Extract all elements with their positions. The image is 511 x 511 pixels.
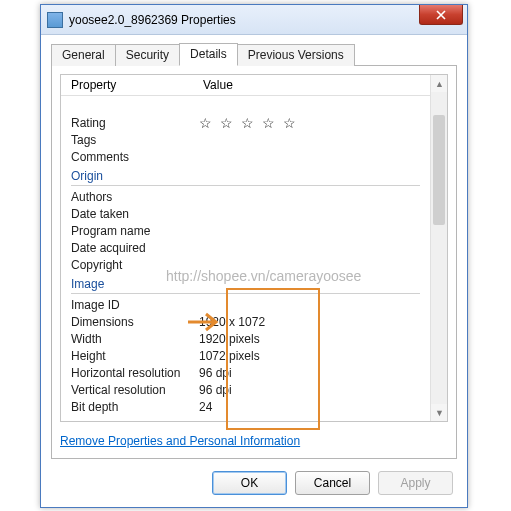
property-value: 1072 pixels [199, 349, 260, 363]
property-value: 96 dpi [199, 383, 232, 397]
property-row[interactable]: Date taken [71, 205, 420, 222]
property-row[interactable]: Height1072 pixels [71, 347, 420, 364]
tab-previous-versions[interactable]: Previous Versions [237, 44, 355, 66]
property-name: Bit depth [71, 400, 199, 414]
tab-security[interactable]: Security [115, 44, 180, 66]
titlebar: yoosee2.0_8962369 Properties [41, 5, 467, 35]
section-header: Origin [71, 165, 420, 185]
scrollbar[interactable]: ▲ ▼ [430, 75, 447, 421]
property-name: Program name [71, 224, 199, 238]
property-row[interactable]: Vertical resolution96 dpi [71, 381, 420, 398]
property-row[interactable]: Date acquired [71, 239, 420, 256]
property-row[interactable]: Comments [71, 148, 420, 165]
property-value: 1920 x 1072 [199, 315, 265, 329]
property-row[interactable]: Rating☆ ☆ ☆ ☆ ☆ [71, 114, 420, 131]
column-property[interactable]: Property [61, 78, 199, 92]
property-row[interactable]: Image ID [71, 296, 420, 313]
property-value: 24 [199, 400, 212, 414]
cancel-button[interactable]: Cancel [295, 471, 370, 495]
property-row[interactable]: Program name [71, 222, 420, 239]
property-row[interactable]: Width1920 pixels [71, 330, 420, 347]
property-value: 1920 pixels [199, 332, 260, 346]
property-name: Vertical resolution [71, 383, 199, 397]
scroll-thumb[interactable] [433, 115, 445, 225]
property-row[interactable]: Authors [71, 188, 420, 205]
property-row[interactable]: Copyright [71, 256, 420, 273]
property-value: 96 dpi [199, 366, 232, 380]
ok-button[interactable]: OK [212, 471, 287, 495]
section-divider [71, 185, 420, 186]
property-name: Image ID [71, 298, 199, 312]
scroll-down-icon[interactable]: ▼ [431, 404, 448, 421]
tab-details[interactable]: Details [179, 43, 238, 66]
close-icon [436, 10, 446, 20]
property-name: Tags [71, 133, 199, 147]
property-name: Date taken [71, 207, 199, 221]
properties-list: Property Value Rating☆ ☆ ☆ ☆ ☆TagsCommen… [60, 74, 448, 422]
property-name: Horizontal resolution [71, 366, 199, 380]
app-icon [47, 12, 63, 28]
property-row[interactable] [71, 97, 420, 114]
list-header: Property Value [61, 75, 447, 96]
property-row[interactable]: Tags [71, 131, 420, 148]
tab-general[interactable]: General [51, 44, 116, 66]
property-row[interactable]: Dimensions1920 x 1072 [71, 313, 420, 330]
property-row[interactable]: Horizontal resolution96 dpi [71, 364, 420, 381]
property-name: Height [71, 349, 199, 363]
property-name: Authors [71, 190, 199, 204]
property-name: Rating [71, 116, 199, 130]
tab-strip: General Security Details Previous Versio… [41, 35, 467, 65]
property-name: Width [71, 332, 199, 346]
window-title: yoosee2.0_8962369 Properties [69, 13, 236, 27]
button-row: OK Cancel Apply [212, 471, 453, 495]
properties-dialog: yoosee2.0_8962369 Properties General Sec… [40, 4, 468, 508]
section-divider [71, 293, 420, 294]
apply-button: Apply [378, 471, 453, 495]
scroll-area: Rating☆ ☆ ☆ ☆ ☆TagsCommentsOriginAuthors… [61, 97, 430, 421]
property-name: Comments [71, 150, 199, 164]
scroll-up-icon[interactable]: ▲ [431, 75, 448, 92]
property-value: ☆ ☆ ☆ ☆ ☆ [199, 115, 298, 131]
column-value[interactable]: Value [199, 78, 233, 92]
property-name: Date acquired [71, 241, 199, 255]
remove-properties-link[interactable]: Remove Properties and Personal Informati… [60, 434, 300, 448]
property-row[interactable]: Bit depth24 [71, 398, 420, 415]
details-panel: Property Value Rating☆ ☆ ☆ ☆ ☆TagsCommen… [51, 65, 457, 459]
property-name: Copyright [71, 258, 199, 272]
close-button[interactable] [419, 5, 463, 25]
section-header: Image [71, 273, 420, 293]
property-name: Dimensions [71, 315, 199, 329]
